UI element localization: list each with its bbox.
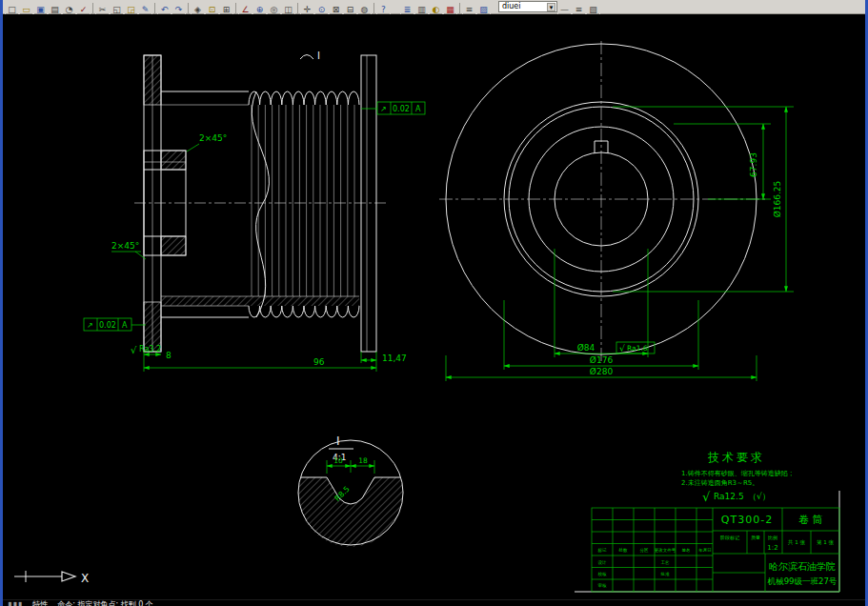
chamfer-bottom-label: 2×45° bbox=[111, 241, 139, 251]
fcf1-datum: A bbox=[415, 105, 421, 113]
global-roughness-label: Ra12.5 bbox=[714, 492, 744, 501]
part-name: 卷 筒 bbox=[798, 514, 823, 526]
tech-req-line1: 1.铸件不得有砂眼、缩孔等铸造缺陷； bbox=[681, 470, 795, 477]
barrel-roughness-label: Ra3.2 bbox=[139, 345, 161, 354]
osnap-icon[interactable]: ⊡ bbox=[205, 3, 219, 15]
roughness-check-icon: √ bbox=[131, 345, 137, 355]
zoom-realtime-icon[interactable]: ⊙ bbox=[314, 3, 329, 15]
plot-style-icon[interactable]: ▧ bbox=[586, 3, 600, 15]
title-block: QT300-2 卷 筒 阶段标记 质量 比例 1:2 共 1 张 第 1 张 哈… bbox=[575, 491, 839, 592]
toolbar-separator bbox=[188, 3, 189, 13]
ucs-x-label: X bbox=[81, 572, 89, 585]
aerial-view-icon[interactable]: ◎ bbox=[267, 3, 281, 15]
redo-icon[interactable]: ↷ bbox=[172, 3, 186, 15]
approve-label: 批准 bbox=[660, 572, 671, 576]
mid-dia-dim: Ø176 bbox=[590, 355, 614, 365]
section-view: I bbox=[134, 50, 389, 352]
command-line[interactable]: ▮▮▮ 特性 命令: 指定对角点: 找到 0 个 bbox=[3, 599, 865, 606]
global-roughness-suffix: （√） bbox=[748, 492, 771, 501]
insert-block-icon[interactable]: ◈ bbox=[191, 3, 205, 15]
bore-dia-dim: Ø84 bbox=[577, 343, 595, 353]
count-label: 处数 bbox=[619, 547, 629, 553]
save-icon[interactable]: ▣ bbox=[33, 3, 48, 15]
spell-check-icon[interactable]: ✓ bbox=[76, 3, 91, 15]
zoom-scale-icon[interactable]: ◍ bbox=[357, 3, 372, 15]
zoom-previous-icon[interactable]: ⊟ bbox=[343, 3, 357, 15]
flange-right-width-dim: 11,47 bbox=[382, 354, 407, 363]
detail-dim2: 18 bbox=[358, 456, 368, 465]
sheet-number: 第 1 张 bbox=[817, 539, 834, 546]
groove-dia-dim: Ø166.25 bbox=[773, 181, 782, 218]
technical-requirements: 技术要求 1.铸件不得有砂眼、缩孔等铸造缺陷； 2.未注铸造圆角R3～R5。 √… bbox=[681, 451, 795, 504]
toolbar-separator bbox=[459, 3, 460, 13]
open-file-icon[interactable]: ▭ bbox=[19, 3, 33, 15]
copy-icon[interactable]: ◱ bbox=[110, 3, 124, 15]
section-mark-label: I bbox=[317, 50, 320, 61]
detail-view: I 4:1 10 18 R8.5 bbox=[298, 434, 403, 547]
tech-req-title: 技术要求 bbox=[707, 451, 765, 464]
color-control-icon[interactable]: ▦ bbox=[443, 3, 457, 15]
section-view-dims: 2×45° 2×45° ↗ 0.02 A ↗ 0.02 A bbox=[84, 102, 425, 372]
new-file-icon[interactable]: □ bbox=[5, 3, 19, 15]
drawing-canvas[interactable]: I 2×45° 2×45° ↗ 0.02 A bbox=[3, 14, 865, 599]
layers-icon[interactable]: ▥ bbox=[414, 3, 429, 15]
sign-label: 签名 bbox=[682, 548, 691, 553]
layer-combo-value: diuei bbox=[502, 2, 521, 11]
zoom-window-icon[interactable]: ⊠ bbox=[329, 3, 343, 15]
paste-icon[interactable]: ◲ bbox=[124, 3, 138, 15]
fcf2-symbol: ↗ bbox=[87, 321, 93, 330]
chevron-down-icon: ▾ bbox=[547, 3, 555, 11]
toolbar-separator bbox=[373, 3, 374, 13]
toolbar-separator bbox=[235, 3, 236, 13]
ucs-axis-icon: X bbox=[14, 571, 89, 585]
cut-icon[interactable]: ✂ bbox=[95, 3, 110, 15]
front-view bbox=[439, 41, 767, 361]
overall-length-dim: 96 bbox=[313, 357, 325, 367]
layer-state-icon[interactable]: ◐ bbox=[429, 3, 443, 15]
properties-icon[interactable]: ▨ bbox=[476, 3, 491, 15]
flange-left-width-dim: 8 bbox=[166, 351, 172, 360]
print-icon[interactable]: ▤ bbox=[48, 3, 62, 15]
layer-combo[interactable]: diuei ▾ bbox=[498, 1, 557, 12]
detail-dim1: 10 bbox=[333, 456, 343, 465]
drawing-number: QT300-2 bbox=[721, 514, 773, 526]
make-layer-icon[interactable]: ≣ bbox=[400, 3, 414, 15]
linetype-icon[interactable]: ≡ bbox=[462, 3, 476, 15]
distance-icon[interactable]: ∠ bbox=[238, 3, 252, 15]
mark-label: 标记 bbox=[597, 547, 608, 554]
change-no-label: 更改文件号 bbox=[655, 547, 676, 553]
stage-mark-label: 阶段标记 bbox=[720, 535, 739, 541]
org-name-line1: 哈尔滨石油学院 bbox=[769, 561, 836, 572]
match-properties-icon[interactable]: ✎ bbox=[138, 3, 152, 15]
status-blocks: ▮▮▮ bbox=[8, 600, 23, 606]
toolbar-separator bbox=[154, 3, 155, 13]
org-name-line2: 机械99级一班27号 bbox=[767, 576, 838, 586]
ucs-dialog-icon[interactable]: ⊞ bbox=[219, 3, 233, 15]
app-window: □▭▣▤◔✓✂◱◲✎↶↷◈⊡⊞∠⊕◎◫✛⊙⊠⊟◍? ≣▥◐▦≡▨ diuei ▾… bbox=[0, 0, 868, 606]
lineweight-control-icon[interactable]: ≡ bbox=[572, 3, 586, 15]
print-preview-icon[interactable]: ◔ bbox=[62, 3, 76, 15]
fcf2-value: 0.02 bbox=[99, 321, 116, 330]
bore-roughness-check-icon: √ bbox=[619, 344, 625, 354]
scale-value: 1:2 bbox=[767, 544, 777, 552]
undo-icon[interactable]: ↶ bbox=[157, 3, 172, 15]
tech-req-line2: 2.未注铸造圆角R3～R5。 bbox=[681, 478, 758, 487]
outer-dia-dim: Ø280 bbox=[590, 367, 614, 376]
drawing-svg: I 2×45° 2×45° ↗ 0.02 A bbox=[3, 14, 865, 596]
redraw-icon[interactable]: ⊕ bbox=[252, 3, 267, 15]
linetype-control-icon[interactable]: — bbox=[557, 3, 572, 15]
named-views-icon[interactable]: ◫ bbox=[281, 3, 295, 15]
help-icon[interactable]: ? bbox=[376, 3, 391, 15]
pan-icon[interactable]: ✛ bbox=[300, 3, 314, 15]
fcf1-value: 0.02 bbox=[393, 105, 410, 113]
toolbar: □▭▣▤◔✓✂◱◲✎↶↷◈⊡⊞∠⊕◎◫✛⊙⊠⊟◍? ≣▥◐▦≡▨ diuei ▾… bbox=[3, 0, 865, 14]
status-properties-label: 特性 bbox=[32, 600, 48, 606]
bore-roughness-label: Ra1.6 bbox=[627, 344, 648, 353]
sheets-total: 共 1 张 bbox=[787, 539, 805, 546]
craft-label: 工艺 bbox=[661, 559, 671, 565]
groove-lines bbox=[252, 105, 354, 296]
keyway-dim: 67.93 bbox=[749, 152, 758, 177]
audit-label: 审核 bbox=[598, 583, 608, 588]
check-label: 校核 bbox=[598, 572, 608, 576]
command-prompt-text: 命令: 指定对角点: 找到 0 个 bbox=[57, 600, 153, 606]
